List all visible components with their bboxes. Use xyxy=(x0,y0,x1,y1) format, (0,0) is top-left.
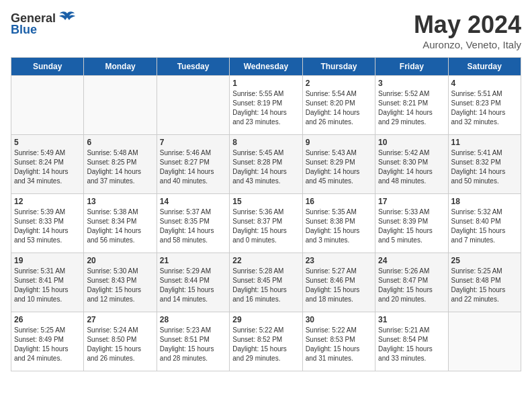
sunset-text: Sunset: 8:45 PM xyxy=(232,277,282,284)
cell-info: Sunrise: 5:36 AMSunset: 8:37 PMDaylight:… xyxy=(232,208,299,245)
cell-info: Sunrise: 5:37 AMSunset: 8:35 PMDaylight:… xyxy=(160,208,226,245)
daylight-text: Daylight: 14 hours and 26 minutes. xyxy=(306,109,360,126)
calendar-cell xyxy=(448,312,521,371)
sunset-text: Sunset: 8:27 PM xyxy=(160,158,210,166)
page-header: General Blue May 2024 Auronzo, Veneto, I… xyxy=(11,11,521,50)
sunrise-text: Sunrise: 5:23 AM xyxy=(160,326,211,334)
daylight-text: Daylight: 15 hours and 28 minutes. xyxy=(160,345,214,362)
calendar-cell: 5Sunrise: 5:49 AMSunset: 8:24 PMDaylight… xyxy=(11,135,84,194)
calendar-cell: 18Sunrise: 5:32 AMSunset: 8:40 PMDayligh… xyxy=(448,194,521,253)
calendar-cell: 6Sunrise: 5:48 AMSunset: 8:25 PMDaylight… xyxy=(84,135,157,194)
day-number: 7 xyxy=(160,138,226,147)
sunrise-text: Sunrise: 5:35 AM xyxy=(306,208,357,216)
sunrise-text: Sunrise: 5:54 AM xyxy=(306,90,357,97)
calendar-cell: 20Sunrise: 5:30 AMSunset: 8:43 PMDayligh… xyxy=(84,253,157,312)
sunset-text: Sunset: 8:48 PM xyxy=(451,277,501,284)
calendar-cell: 29Sunrise: 5:22 AMSunset: 8:52 PMDayligh… xyxy=(230,312,302,371)
calendar-cell: 26Sunrise: 5:25 AMSunset: 8:49 PMDayligh… xyxy=(11,312,84,371)
day-header-thursday: Thursday xyxy=(302,58,375,76)
day-number: 2 xyxy=(306,79,372,88)
day-number: 11 xyxy=(451,138,518,147)
calendar-cell: 8Sunrise: 5:45 AMSunset: 8:28 PMDaylight… xyxy=(230,135,302,194)
sunset-text: Sunset: 8:47 PM xyxy=(378,277,428,284)
day-number: 26 xyxy=(14,315,81,324)
daylight-text: Daylight: 15 hours and 33 minutes. xyxy=(378,345,433,362)
day-number: 5 xyxy=(14,138,81,147)
sunrise-text: Sunrise: 5:42 AM xyxy=(378,149,429,156)
calendar-cell: 7Sunrise: 5:46 AMSunset: 8:27 PMDaylight… xyxy=(157,135,229,194)
day-number: 12 xyxy=(14,197,81,206)
sunrise-text: Sunrise: 5:21 AM xyxy=(378,326,429,334)
logo-bird-icon xyxy=(58,11,76,26)
sunrise-text: Sunrise: 5:38 AM xyxy=(87,208,138,216)
cell-info: Sunrise: 5:54 AMSunset: 8:20 PMDaylight:… xyxy=(306,89,372,127)
daylight-text: Daylight: 14 hours and 48 minutes. xyxy=(378,168,433,185)
day-header-sunday: Sunday xyxy=(11,58,84,76)
day-number: 13 xyxy=(87,197,153,206)
calendar-cell: 10Sunrise: 5:42 AMSunset: 8:30 PMDayligh… xyxy=(375,135,448,194)
sunset-text: Sunset: 8:49 PM xyxy=(14,336,64,343)
cell-info: Sunrise: 5:27 AMSunset: 8:46 PMDaylight:… xyxy=(306,267,372,304)
calendar-cell: 22Sunrise: 5:28 AMSunset: 8:45 PMDayligh… xyxy=(230,253,302,312)
calendar-cell: 4Sunrise: 5:51 AMSunset: 8:23 PMDaylight… xyxy=(448,76,521,135)
calendar-cell xyxy=(11,76,84,135)
cell-info: Sunrise: 5:25 AMSunset: 8:48 PMDaylight:… xyxy=(451,267,518,304)
daylight-text: Daylight: 14 hours and 37 minutes. xyxy=(87,168,141,185)
sunset-text: Sunset: 8:54 PM xyxy=(378,336,428,343)
cell-info: Sunrise: 5:25 AMSunset: 8:49 PMDaylight:… xyxy=(14,326,81,363)
sunrise-text: Sunrise: 5:26 AM xyxy=(378,267,429,275)
sunrise-text: Sunrise: 5:31 AM xyxy=(14,267,65,275)
cell-info: Sunrise: 5:38 AMSunset: 8:34 PMDaylight:… xyxy=(87,208,153,245)
day-number: 22 xyxy=(232,256,299,265)
cell-info: Sunrise: 5:31 AMSunset: 8:41 PMDaylight:… xyxy=(14,267,81,304)
sunset-text: Sunset: 8:50 PM xyxy=(87,336,136,343)
sunset-text: Sunset: 8:46 PM xyxy=(306,277,355,284)
day-number: 17 xyxy=(378,197,445,206)
calendar-cell: 28Sunrise: 5:23 AMSunset: 8:51 PMDayligh… xyxy=(157,312,229,371)
daylight-text: Daylight: 15 hours and 24 minutes. xyxy=(14,345,69,362)
calendar-cell: 25Sunrise: 5:25 AMSunset: 8:48 PMDayligh… xyxy=(448,253,521,312)
sunset-text: Sunset: 8:28 PM xyxy=(232,158,282,166)
day-number: 24 xyxy=(378,256,445,265)
day-number: 9 xyxy=(306,138,372,147)
daylight-text: Daylight: 15 hours and 14 minutes. xyxy=(160,286,214,303)
daylight-text: Daylight: 15 hours and 10 minutes. xyxy=(14,286,69,303)
sunset-text: Sunset: 8:40 PM xyxy=(451,218,501,225)
daylight-text: Daylight: 14 hours and 53 minutes. xyxy=(14,227,69,244)
calendar-cell: 11Sunrise: 5:41 AMSunset: 8:32 PMDayligh… xyxy=(448,135,521,194)
calendar-cell: 15Sunrise: 5:36 AMSunset: 8:37 PMDayligh… xyxy=(230,194,302,253)
sunset-text: Sunset: 8:44 PM xyxy=(160,277,210,284)
daylight-text: Daylight: 14 hours and 40 minutes. xyxy=(160,168,214,185)
calendar-cell: 14Sunrise: 5:37 AMSunset: 8:35 PMDayligh… xyxy=(157,194,229,253)
sunset-text: Sunset: 8:51 PM xyxy=(160,336,210,343)
calendar-cell: 31Sunrise: 5:21 AMSunset: 8:54 PMDayligh… xyxy=(375,312,448,371)
calendar-cell: 17Sunrise: 5:33 AMSunset: 8:39 PMDayligh… xyxy=(375,194,448,253)
sunrise-text: Sunrise: 5:49 AM xyxy=(14,149,65,156)
calendar-cell: 12Sunrise: 5:39 AMSunset: 8:33 PMDayligh… xyxy=(11,194,84,253)
day-number: 6 xyxy=(87,138,153,147)
logo-blue-text: Blue xyxy=(11,23,37,37)
day-number: 16 xyxy=(306,197,372,206)
calendar-cell: 27Sunrise: 5:24 AMSunset: 8:50 PMDayligh… xyxy=(84,312,157,371)
daylight-text: Daylight: 15 hours and 7 minutes. xyxy=(451,227,506,244)
cell-info: Sunrise: 5:24 AMSunset: 8:50 PMDaylight:… xyxy=(87,326,153,363)
cell-info: Sunrise: 5:45 AMSunset: 8:28 PMDaylight:… xyxy=(232,148,299,186)
day-header-monday: Monday xyxy=(84,58,157,76)
day-number: 14 xyxy=(160,197,226,206)
cell-info: Sunrise: 5:41 AMSunset: 8:32 PMDaylight:… xyxy=(451,148,518,186)
day-number: 10 xyxy=(378,138,445,147)
sunset-text: Sunset: 8:34 PM xyxy=(87,218,136,225)
sunrise-text: Sunrise: 5:52 AM xyxy=(378,90,429,97)
sunrise-text: Sunrise: 5:36 AM xyxy=(232,208,283,216)
sunrise-text: Sunrise: 5:37 AM xyxy=(160,208,211,216)
sunset-text: Sunset: 8:38 PM xyxy=(306,218,355,225)
daylight-text: Daylight: 15 hours and 31 minutes. xyxy=(306,345,360,362)
day-number: 21 xyxy=(160,256,226,265)
sunrise-text: Sunrise: 5:28 AM xyxy=(232,267,283,275)
sunrise-text: Sunrise: 5:48 AM xyxy=(87,149,138,156)
daylight-text: Daylight: 15 hours and 16 minutes. xyxy=(232,286,287,303)
month-title: May 2024 xyxy=(414,11,521,39)
cell-info: Sunrise: 5:33 AMSunset: 8:39 PMDaylight:… xyxy=(378,208,445,245)
sunrise-text: Sunrise: 5:27 AM xyxy=(306,267,357,275)
sunset-text: Sunset: 8:29 PM xyxy=(306,158,355,166)
